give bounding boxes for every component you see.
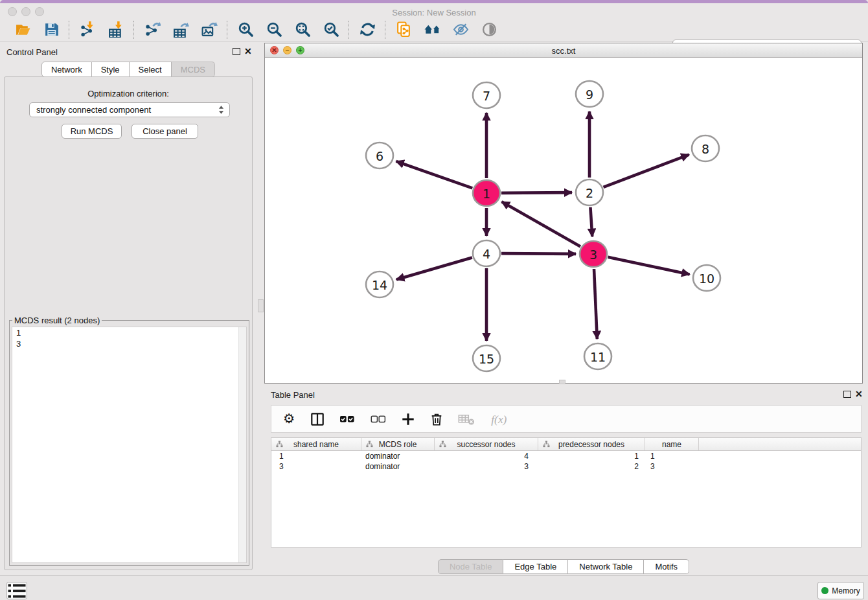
splitter-grip-horizontal[interactable]	[559, 380, 565, 384]
cell-predecessor-nodes[interactable]: 1	[538, 451, 645, 461]
tab-node-table[interactable]: Node Table	[438, 559, 504, 574]
memory-label: Memory	[832, 586, 860, 595]
column-header-MCDS-role[interactable]: MCDS role	[361, 438, 435, 450]
node-1[interactable]: 1	[473, 180, 500, 206]
table-row[interactable]: 1dominator411	[271, 451, 861, 461]
node-8[interactable]: 8	[692, 135, 719, 161]
cell-MCDS-role[interactable]: dominator	[361, 461, 435, 472]
close-icon[interactable]: ✕	[855, 390, 863, 398]
float-icon[interactable]	[233, 48, 240, 55]
cell-name[interactable]: 1	[645, 451, 699, 461]
node-3[interactable]: 3	[580, 241, 607, 267]
edge-1-6[interactable]	[396, 161, 472, 188]
node-15[interactable]: 15	[473, 345, 500, 371]
tab-network-table[interactable]: Network Table	[568, 559, 644, 574]
tab-edge-table[interactable]: Edge Table	[503, 559, 568, 574]
control-panel-tabs: NetworkStyleSelectMCDS	[0, 62, 257, 77]
network-graph[interactable]: 7968124314101511	[265, 58, 862, 383]
svg-text:11: 11	[590, 350, 606, 364]
edge-3-11[interactable]	[594, 269, 597, 339]
open-folder-icon[interactable]	[14, 21, 32, 39]
splitter-grip[interactable]	[258, 299, 264, 312]
zoom-selected-icon[interactable]	[322, 21, 340, 39]
cell-predecessor-nodes[interactable]: 2	[538, 461, 645, 472]
tab-style[interactable]: Style	[92, 62, 130, 77]
export-network-icon[interactable]	[143, 21, 161, 39]
network-window-title: scc.txt	[265, 46, 862, 56]
node-4[interactable]: 4	[473, 240, 500, 266]
svg-text:⚙: ⚙	[283, 412, 295, 426]
cell-shared-name[interactable]: 3	[271, 461, 361, 472]
import-network-icon[interactable]	[78, 21, 97, 39]
memory-status-icon	[821, 587, 828, 594]
duplicate-network-icon[interactable]	[394, 21, 413, 39]
add-icon[interactable]	[401, 411, 415, 428]
mcds-result-list[interactable]: 13	[12, 327, 247, 563]
tree-icon	[276, 441, 283, 448]
import-table-icon[interactable]	[107, 21, 125, 39]
eye-slash-icon[interactable]	[451, 21, 470, 39]
scrollbar-track[interactable]	[238, 327, 246, 562]
cell-MCDS-role[interactable]: dominator	[361, 451, 435, 461]
edge-3-10[interactable]	[608, 257, 690, 275]
column-header-name[interactable]: name	[645, 438, 699, 450]
trash-icon[interactable]	[429, 411, 444, 428]
tab-network[interactable]: Network	[41, 62, 92, 77]
network-window-titlebar[interactable]: ✕ – + scc.txt	[265, 43, 862, 58]
node-6[interactable]: 6	[366, 143, 393, 168]
column-label: MCDS role	[379, 440, 417, 449]
edge-4-14[interactable]	[396, 257, 472, 279]
select-all-checkbox-icon[interactable]	[339, 411, 356, 428]
cell-name[interactable]: 3	[645, 461, 699, 472]
svg-text:15: 15	[479, 352, 494, 366]
svg-text:2: 2	[586, 186, 593, 200]
node-14[interactable]: 14	[366, 271, 393, 297]
column-header-predecessor-nodes[interactable]: predecessor nodes	[538, 438, 645, 450]
export-image-icon[interactable]	[200, 21, 218, 39]
split-panel-icon[interactable]	[310, 411, 325, 428]
zoom-fit-icon[interactable]	[293, 21, 312, 39]
edge-2-8[interactable]	[604, 155, 689, 187]
eye-icon[interactable]	[480, 21, 498, 39]
close-panel-button[interactable]: Close panel	[131, 124, 198, 139]
optimization-select[interactable]: strongly connected component	[29, 102, 230, 117]
task-history-button[interactable]	[6, 582, 27, 599]
tab-select[interactable]: Select	[130, 62, 172, 77]
deselect-all-checkbox-icon[interactable]	[370, 411, 387, 428]
zoom-out-icon[interactable]	[265, 21, 283, 39]
edge-4-3[interactable]	[501, 253, 576, 254]
column-label: shared name	[293, 440, 339, 449]
save-icon[interactable]	[42, 21, 60, 39]
column-header-successor-nodes[interactable]: successor nodes	[435, 438, 538, 450]
node-9[interactable]: 9	[576, 81, 603, 107]
tab-motifs[interactable]: Motifs	[644, 559, 689, 574]
node-10[interactable]: 10	[693, 265, 720, 291]
main-titlebar[interactable]: Session: New Session	[0, 3, 868, 18]
cell-successor-nodes[interactable]: 4	[435, 451, 538, 461]
table-row[interactable]: 3dominator323	[271, 461, 861, 472]
network-canvas[interactable]: 7968124314101511	[265, 58, 862, 383]
run-mcds-button[interactable]: Run MCDS	[62, 124, 122, 139]
memory-button[interactable]: Memory	[817, 582, 864, 599]
column-header-shared-name[interactable]: shared name	[271, 438, 361, 450]
svg-text:9: 9	[586, 87, 593, 102]
zoom-in-icon[interactable]	[236, 21, 255, 39]
svg-text:4: 4	[483, 247, 490, 261]
cell-shared-name[interactable]: 1	[271, 451, 361, 461]
node-11[interactable]: 11	[584, 343, 611, 369]
toolbar-group	[70, 21, 133, 39]
refresh-icon[interactable]	[358, 21, 376, 39]
gear-icon[interactable]: ⚙	[282, 411, 296, 428]
node-2[interactable]: 2	[576, 179, 603, 205]
edge-3-1[interactable]	[501, 202, 580, 246]
float-icon[interactable]	[843, 391, 851, 398]
node-7[interactable]: 7	[473, 82, 500, 108]
houses-icon[interactable]	[423, 21, 441, 39]
export-table-icon[interactable]	[172, 21, 190, 39]
cell-successor-nodes[interactable]: 3	[435, 461, 538, 472]
close-icon[interactable]: ✕	[244, 47, 252, 55]
function-icon: f(x)	[489, 411, 511, 428]
tab-mcds[interactable]: MCDS	[172, 62, 215, 77]
edge-2-3[interactable]	[590, 207, 592, 237]
edge-1-2[interactable]	[501, 192, 572, 193]
